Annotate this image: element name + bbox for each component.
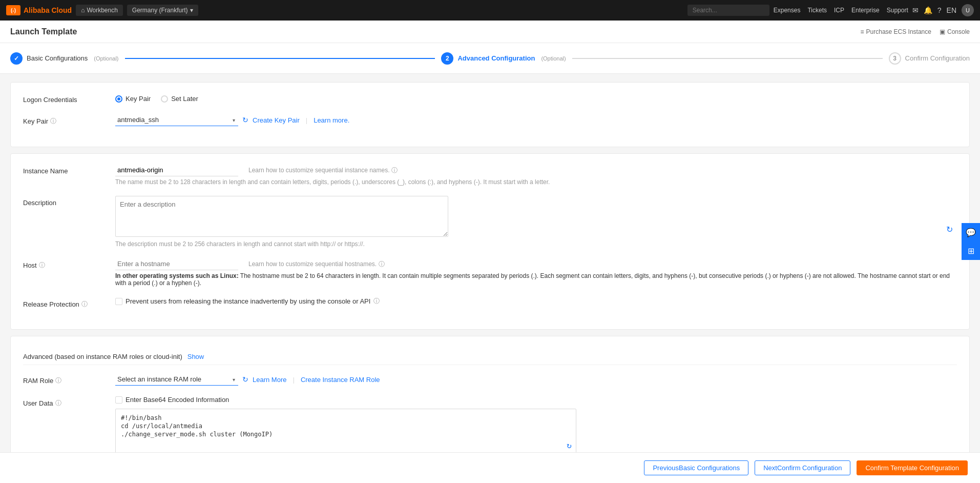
create-ram-role-link[interactable]: Create Instance RAM Role <box>301 376 380 384</box>
host-hint: In other operating systems such as Linux… <box>115 272 957 287</box>
release-protection-checkbox-box <box>115 298 122 305</box>
code-line-3: ./change_server_mode.sh cluster (MongoIP… <box>121 431 571 438</box>
code-line-1: #!/bin/bash <box>121 414 571 421</box>
right-panel: 💬 ⊞ <box>962 223 980 260</box>
ram-role-learn-more-link[interactable]: Learn More <box>253 376 286 384</box>
instance-name-input[interactable] <box>115 164 238 176</box>
description-content: ↻ The description must be 2 to 256 chara… <box>115 196 957 248</box>
step-2-circle: 2 <box>441 52 453 65</box>
logo-icon: (-) <box>6 5 20 15</box>
top-navigation: (-) Alibaba Cloud ⌂ Workbench Germany (F… <box>0 0 980 21</box>
code-line-2: cd /usr/local/antmedia <box>121 422 571 430</box>
support-link[interactable]: Support <box>887 7 908 14</box>
logon-section: Logon Credentials Key Pair Set Later <box>10 82 970 147</box>
region-selector[interactable]: Germany (Frankfurt) ▾ <box>127 5 198 16</box>
host-learn[interactable]: Learn how to customize sequential hostna… <box>248 260 385 269</box>
console-link[interactable]: ▣ Console <box>940 28 970 35</box>
expenses-link[interactable]: Expenses <box>774 7 801 14</box>
instance-name-content: Learn how to customize sequential instan… <box>115 164 957 186</box>
create-key-pair-link[interactable]: Create Key Pair <box>253 116 300 124</box>
ram-role-info-icon[interactable]: ⓘ <box>55 376 61 385</box>
user-data-checkbox-label: Enter Base64 Encoded Information <box>126 396 229 404</box>
sub-nav-right: ≡ Purchase ECS Instance ▣ Console <box>861 28 970 35</box>
main-content: Logon Credentials Key Pair Set Later <box>0 74 980 483</box>
code-refresh-icon[interactable]: ↻ <box>567 440 572 450</box>
logon-credentials-radio-group: Key Pair Set Later <box>115 93 957 103</box>
logo[interactable]: (-) Alibaba Cloud <box>6 5 72 15</box>
tickets-link[interactable]: Tickets <box>807 7 827 14</box>
message-icon[interactable]: ✉ <box>912 6 919 14</box>
next-button[interactable]: NextConfirm Configuration <box>755 460 850 475</box>
host-hint-text: The hostname must be 2 to 64 characters … <box>115 272 950 287</box>
question-icon[interactable]: ? <box>937 6 942 14</box>
description-textarea-wrapper: ↻ <box>115 196 957 238</box>
host-row: Host ⓘ Learn how to customize sequential… <box>23 258 957 287</box>
nav-links: Expenses Tickets ICP Enterprise Support <box>774 7 908 14</box>
ram-role-inline: Select an instance RAM role ▾ ↻ Learn Mo… <box>115 373 380 386</box>
search-input[interactable] <box>687 5 769 16</box>
instance-name-learn[interactable]: Learn how to customize sequential instan… <box>248 166 398 175</box>
icp-link[interactable]: ICP <box>834 7 844 14</box>
grid-panel-button[interactable]: ⊞ <box>962 242 980 260</box>
ram-role-pipe: | <box>293 376 294 384</box>
enterprise-link[interactable]: Enterprise <box>851 7 880 14</box>
chevron-down-icon: ▾ <box>190 7 193 14</box>
host-hint-bold: In other operating systems such as Linux… <box>115 272 239 279</box>
previous-button[interactable]: PreviousBasic Configurations <box>644 460 748 475</box>
description-refresh-icon[interactable]: ↻ <box>946 225 953 234</box>
user-data-code-area: #!/bin/bash cd /usr/local/antmedia ./cha… <box>115 409 576 455</box>
user-data-row: User Data ⓘ Enter Base64 Encoded Informa… <box>23 396 957 455</box>
logon-credentials-row: Logon Credentials Key Pair Set Later <box>23 93 957 104</box>
radio-set-later[interactable]: Set Later <box>161 95 198 103</box>
previous-label: Previous <box>653 464 679 472</box>
key-pair-info-icon[interactable]: ⓘ <box>50 117 56 126</box>
release-protection-checkbox-info[interactable]: ⓘ <box>373 297 380 306</box>
purchase-ecs-link[interactable]: ≡ Purchase ECS Instance <box>861 28 931 35</box>
region-label: Germany (Frankfurt) <box>132 7 188 14</box>
page-title: Launch Template <box>10 27 77 36</box>
show-link[interactable]: Show <box>187 353 204 360</box>
confirm-template-button[interactable]: Confirm Template Configuration <box>857 460 968 475</box>
workbench-button[interactable]: ⌂ Workbench <box>76 5 123 16</box>
instance-name-row: Instance Name Learn how to customize seq… <box>23 164 957 186</box>
lang-label[interactable]: EN <box>947 6 956 14</box>
radio-key-pair[interactable]: Key Pair <box>115 95 151 103</box>
step-line-2 <box>572 58 883 59</box>
sub-navigation: Launch Template ≡ Purchase ECS Instance … <box>0 21 980 43</box>
key-pair-refresh-icon[interactable]: ↻ <box>242 116 248 124</box>
previous-sub: Basic Configurations <box>679 464 740 472</box>
avatar[interactable]: U <box>962 4 974 16</box>
user-data-content: Enter Base64 Encoded Information #!/bin/… <box>115 396 957 455</box>
host-info-icon[interactable]: ⓘ <box>39 261 45 270</box>
description-textarea[interactable] <box>115 196 448 237</box>
chat-panel-button[interactable]: 💬 <box>962 223 980 242</box>
learn-more-link[interactable]: Learn more. <box>314 116 349 124</box>
user-data-checkbox[interactable]: Enter Base64 Encoded Information <box>115 396 957 404</box>
host-content: Learn how to customize sequential hostna… <box>115 258 957 287</box>
step-2-label: Advanced Configuration <box>457 54 535 62</box>
host-learn-info-icon[interactable]: ⓘ <box>379 260 385 268</box>
key-pair-content: antmedia_ssh ▾ ↻ Create Key Pair | Learn… <box>115 114 957 126</box>
ram-role-select[interactable]: Select an instance RAM role <box>115 373 238 386</box>
step-2-sublabel: (Optional) <box>541 55 566 62</box>
step-1-label: Basic Configurations <box>27 54 88 62</box>
brand-name: Alibaba Cloud <box>24 6 72 14</box>
user-data-info-icon[interactable]: ⓘ <box>55 399 61 408</box>
next-sub: Confirm Configuration <box>777 464 842 472</box>
monitor-icon: ▣ <box>940 28 945 35</box>
release-protection-info-icon[interactable]: ⓘ <box>81 300 88 309</box>
ram-role-refresh-icon[interactable]: ↻ <box>242 375 248 384</box>
bottom-bar: PreviousBasic Configurations NextConfirm… <box>0 452 980 483</box>
key-pair-select[interactable]: antmedia_ssh <box>115 114 238 126</box>
description-row: Description ↻ The description must be 2 … <box>23 196 957 248</box>
next-label: Next <box>763 464 777 472</box>
instance-name-info-icon[interactable]: ⓘ <box>391 167 398 174</box>
host-input[interactable] <box>115 258 238 270</box>
ram-role-content: Select an instance RAM role ▾ ↻ Learn Mo… <box>115 373 957 386</box>
ram-role-select-wrapper: Select an instance RAM role ▾ <box>115 373 238 386</box>
progress-steps: ✓ Basic Configurations (Optional) 2 Adva… <box>0 43 980 74</box>
bell-icon[interactable]: 🔔 <box>924 6 932 14</box>
instance-name-label: Instance Name <box>23 164 115 175</box>
release-protection-checkbox[interactable]: Prevent users from releasing the instanc… <box>115 297 957 306</box>
ram-role-row: RAM Role ⓘ Select an instance RAM role ▾… <box>23 373 957 386</box>
